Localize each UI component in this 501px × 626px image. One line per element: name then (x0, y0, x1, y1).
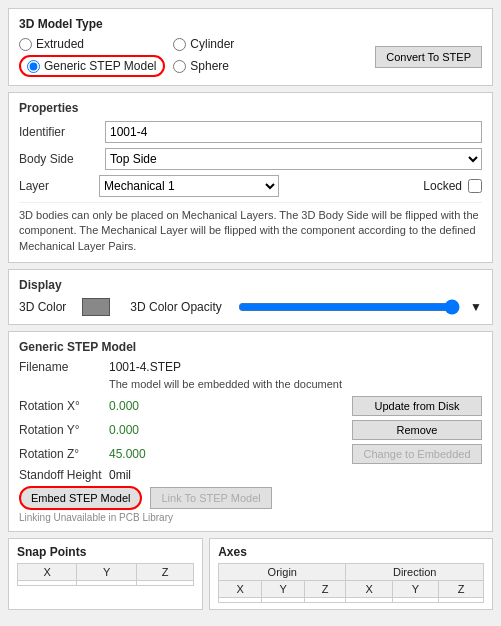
change-to-embedded-button[interactable]: Change to Embedded (352, 444, 482, 464)
layer-label: Layer (19, 179, 99, 193)
snap-x-header: X (18, 564, 77, 581)
main-container: 3D Model Type Extruded Cylinder Convert … (0, 0, 501, 624)
rotation-y-value: 0.000 (109, 423, 139, 437)
identifier-row: Identifier (19, 121, 482, 143)
radio-sphere[interactable]: Sphere (173, 59, 327, 73)
rotation-z-value: 45.000 (109, 447, 146, 461)
standoff-row: Standoff Height 0mil (19, 468, 482, 482)
axes-dx: X (346, 581, 392, 598)
step-right-btns-3: Change to Embedded (352, 444, 482, 464)
info-text: 3D bodies can only be placed on Mechanic… (19, 202, 482, 254)
axes-dy: Y (392, 581, 438, 598)
bottom-section: Snap Points X Y Z (8, 538, 493, 610)
snap-points-table: X Y Z (17, 563, 194, 586)
locked-label: Locked (423, 179, 462, 193)
body-side-select[interactable]: Top Side Bottom Side (105, 148, 482, 170)
radio-cylinder-input[interactable] (173, 38, 186, 51)
radio-generic-label: Generic STEP Model (44, 59, 157, 73)
step-rows-container: Filename 1001-4.STEP The model will be e… (19, 360, 482, 523)
properties-title: Properties (19, 101, 482, 115)
rotation-z-row: Rotation Z° 45.000 Change to Embedded (19, 444, 482, 464)
radio-sphere-label: Sphere (190, 59, 229, 73)
rotation-x-row: Rotation X° 0.000 Update from Disk (19, 396, 482, 416)
model-type-title: 3D Model Type (19, 17, 482, 31)
radio-extruded-input[interactable] (19, 38, 32, 51)
color-label: 3D Color (19, 300, 66, 314)
radio-sphere-input[interactable] (173, 60, 186, 73)
radio-cylinder[interactable]: Cylinder (173, 37, 327, 51)
opacity-arrow: ▼ (470, 300, 482, 314)
step-model-section: Generic STEP Model Filename 1001-4.STEP … (8, 331, 493, 532)
locked-group: Locked (423, 179, 482, 193)
body-side-label: Body Side (19, 152, 99, 166)
step-left: Filename 1001-4.STEP The model will be e… (19, 360, 482, 523)
axes-title: Axes (218, 545, 484, 559)
snap-z-header: Z (136, 564, 193, 581)
step-right-btns-2: Remove (352, 420, 482, 440)
snap-row-1 (18, 581, 194, 586)
axes-direction-header: Direction (346, 564, 484, 581)
axes-dz: Z (439, 581, 484, 598)
rotation-y-row: Rotation Y° 0.000 Remove (19, 420, 482, 440)
standoff-label: Standoff Height (19, 468, 109, 482)
opacity-slider[interactable] (238, 299, 460, 315)
embed-row: Embed STEP Model Link To STEP Model (19, 486, 482, 510)
axes-oz: Z (305, 581, 346, 598)
axes-oy: Y (262, 581, 305, 598)
axes-box: Axes Origin Direction X Y Z X Y Z (209, 538, 493, 610)
opacity-label: 3D Color Opacity (130, 300, 221, 314)
axes-ox: X (219, 581, 262, 598)
locked-checkbox[interactable] (468, 179, 482, 193)
axes-origin-header: Origin (219, 564, 346, 581)
rotation-z-label: Rotation Z° (19, 447, 109, 461)
radio-cylinder-label: Cylinder (190, 37, 234, 51)
radio-generic-highlight[interactable]: Generic STEP Model (19, 55, 165, 77)
filename-row: Filename 1001-4.STEP (19, 360, 482, 374)
remove-button[interactable]: Remove (352, 420, 482, 440)
axes-table: Origin Direction X Y Z X Y Z (218, 563, 484, 603)
rotation-x-label: Rotation X° (19, 399, 109, 413)
snap-y-header: Y (77, 564, 136, 581)
properties-section: Properties Identifier Body Side Top Side… (8, 92, 493, 263)
radio-extruded-label: Extruded (36, 37, 84, 51)
radio-extruded[interactable]: Extruded (19, 37, 173, 51)
identifier-label: Identifier (19, 125, 99, 139)
radio-generic-container[interactable]: Generic STEP Model (19, 55, 173, 77)
unavail-text: Linking Unavailable in PCB Library (19, 512, 482, 523)
snap-points-box: Snap Points X Y Z (8, 538, 203, 610)
layer-select[interactable]: Mechanical 1 Mechanical 2 Mechanical 3 (99, 175, 279, 197)
rotation-x-value: 0.000 (109, 399, 139, 413)
update-from-disk-button[interactable]: Update from Disk (352, 396, 482, 416)
filename-value: 1001-4.STEP (109, 360, 181, 374)
filename-label: Filename (19, 360, 109, 374)
identifier-input[interactable] (105, 121, 482, 143)
step-model-title: Generic STEP Model (19, 340, 482, 354)
convert-to-step-button[interactable]: Convert To STEP (375, 46, 482, 68)
step-right-btns-1: Update from Disk (352, 396, 482, 416)
body-side-row: Body Side Top Side Bottom Side (19, 148, 482, 170)
standoff-value: 0mil (109, 468, 131, 482)
display-section: Display 3D Color 3D Color Opacity ▼ (8, 269, 493, 325)
link-to-step-model-button: Link To STEP Model (150, 487, 271, 509)
layer-row: Layer Mechanical 1 Mechanical 2 Mechanic… (19, 175, 482, 197)
radio-grid: Extruded Cylinder Convert To STEP Generi… (19, 37, 482, 77)
snap-points-title: Snap Points (17, 545, 194, 559)
convert-btn-container: Convert To STEP (328, 46, 482, 68)
model-type-section: 3D Model Type Extruded Cylinder Convert … (8, 8, 493, 86)
display-row: 3D Color 3D Color Opacity ▼ (19, 298, 482, 316)
rotation-y-label: Rotation Y° (19, 423, 109, 437)
embed-step-model-button[interactable]: Embed STEP Model (19, 486, 142, 510)
radio-generic-input[interactable] (27, 60, 40, 73)
display-title: Display (19, 278, 482, 292)
axes-row-1 (219, 598, 484, 603)
embed-note: The model will be embedded with the docu… (109, 378, 482, 390)
color-swatch[interactable] (82, 298, 110, 316)
